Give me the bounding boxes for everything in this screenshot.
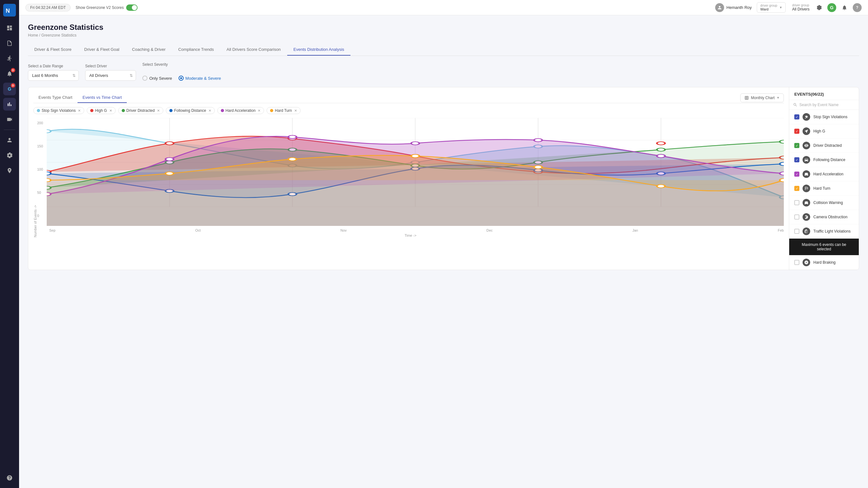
event-checkbox-following-distance[interactable]: ✓ bbox=[794, 157, 799, 162]
event-checkbox-hard-braking[interactable] bbox=[794, 260, 799, 265]
tab-driver-fleet-score[interactable]: Driver & Fleet Score bbox=[28, 44, 78, 56]
chip-label-following-distance: Following Distance bbox=[174, 108, 206, 113]
grid-icon[interactable]: G bbox=[827, 3, 836, 12]
chart-main: Events Type Chart Events vs Time Chart M… bbox=[28, 87, 789, 270]
page-content: Greenzone Statistics Home / Greenzone St… bbox=[19, 15, 868, 488]
tab-events-distribution[interactable]: Events Distribution Analysis bbox=[287, 44, 351, 56]
chip-stop-sign[interactable]: Stop Sign Violations ✕ bbox=[33, 107, 84, 114]
driver-group-label: driver group bbox=[760, 4, 777, 7]
chart-tab-events-type[interactable]: Events Type Chart bbox=[33, 92, 78, 103]
user-avatar bbox=[715, 3, 724, 12]
severity-only-severe[interactable]: Only Severe bbox=[142, 75, 172, 81]
event-item-following-distance[interactable]: ✓ Following Distance bbox=[789, 153, 859, 167]
events-list: ✓ Stop Sign Violations ✓ bbox=[789, 110, 859, 239]
svg-point-49 bbox=[288, 158, 297, 161]
greenzone-badge: D bbox=[11, 83, 15, 88]
svg-text:N: N bbox=[6, 8, 10, 14]
notification-icon[interactable] bbox=[840, 3, 849, 12]
chip-hard-acceleration[interactable]: Hard Acceleration ✕ bbox=[217, 107, 264, 114]
radio-moderate-severe bbox=[179, 75, 184, 81]
chart-tab-events-time[interactable]: Events vs Time Chart bbox=[78, 92, 127, 103]
event-item-collision-warning[interactable]: Collision Warning bbox=[789, 196, 859, 210]
chip-dot-hard-acceleration bbox=[221, 109, 224, 112]
check-mark: ✓ bbox=[796, 158, 798, 162]
app-logo[interactable]: N bbox=[3, 4, 16, 17]
sidebar-item-alerts[interactable]: D bbox=[3, 67, 16, 80]
greenzone-toggle[interactable] bbox=[126, 4, 137, 11]
event-item-camera-obstruction[interactable]: Camera Obstruction bbox=[789, 210, 859, 224]
chart-type-chevron: ▼ bbox=[776, 96, 780, 99]
sidebar-item-location[interactable] bbox=[3, 164, 16, 177]
svg-point-51 bbox=[534, 165, 542, 169]
event-name-stop-sign: Stop Sign Violations bbox=[813, 115, 854, 119]
driver-group-select[interactable]: driver group Ward ▼ bbox=[757, 2, 786, 13]
x-label-jan: Jan bbox=[632, 228, 638, 232]
svg-point-41 bbox=[165, 158, 174, 161]
tab-driver-fleet-goal[interactable]: Driver & Fleet Goal bbox=[78, 44, 126, 56]
sidebar-item-settings[interactable] bbox=[3, 149, 16, 162]
tab-coaching-driver[interactable]: Coaching & Driver bbox=[126, 44, 172, 56]
sidebar-item-dashboard[interactable] bbox=[3, 22, 16, 34]
severity-filter: Select Severity Only Severe Moderate & S… bbox=[142, 62, 221, 81]
event-checkbox-camera-obstruction[interactable] bbox=[794, 214, 799, 219]
sidebar-item-video[interactable] bbox=[3, 113, 16, 126]
sidebar-item-reports[interactable] bbox=[3, 37, 16, 50]
driver-select[interactable]: All Drivers Driver A bbox=[85, 70, 136, 81]
sidebar-item-driver[interactable] bbox=[3, 134, 16, 147]
settings-icon[interactable] bbox=[815, 3, 824, 12]
event-item-high-g[interactable]: ✓ High G bbox=[789, 124, 859, 139]
chip-following-distance[interactable]: Following Distance ✕ bbox=[166, 107, 215, 114]
event-checkbox-high-g[interactable]: ✓ bbox=[794, 129, 799, 134]
event-item-hard-turn[interactable]: ✓ Hard Turn bbox=[789, 181, 859, 196]
x-axis-labels: Sep Oct Nov Dec Jan Feb bbox=[37, 227, 784, 232]
chip-remove-high-g[interactable]: ✕ bbox=[109, 109, 112, 113]
event-checkbox-stop-sign[interactable]: ✓ bbox=[794, 114, 799, 119]
sidebar-item-coaching[interactable] bbox=[3, 52, 16, 65]
chip-driver-distracted[interactable]: Driver Distracted ✕ bbox=[118, 107, 163, 114]
chip-dot-stop-sign bbox=[37, 109, 40, 112]
svg-point-32 bbox=[780, 140, 784, 143]
severity-moderate-severe[interactable]: Moderate & Severe bbox=[179, 75, 221, 81]
event-item-driver-distracted[interactable]: ✓ Driver Distracted bbox=[789, 139, 859, 153]
chip-remove-driver-distracted[interactable]: ✕ bbox=[157, 109, 160, 113]
event-item-traffic-light[interactable]: Traffic Light Violations bbox=[789, 224, 859, 239]
date-range-select-wrapper: Last 6 Months Last 3 Months Last Month bbox=[28, 70, 79, 81]
driver-select-wrapper: All Drivers Driver A bbox=[85, 70, 136, 81]
sidebar-item-greenzone[interactable]: G D bbox=[3, 83, 16, 95]
chip-hard-turn[interactable]: Hard Turn ✕ bbox=[267, 107, 300, 114]
svg-point-53 bbox=[780, 179, 784, 182]
help-icon[interactable]: ? bbox=[853, 3, 862, 12]
event-item-hard-acceleration[interactable]: ✓ Hard Acceleration bbox=[789, 167, 859, 181]
chart-inner: 0 50 100 150 200 bbox=[37, 118, 784, 237]
event-item-stop-sign[interactable]: ✓ Stop Sign Violations bbox=[789, 110, 859, 124]
chip-dot-hard-turn bbox=[270, 109, 273, 112]
events-search-input[interactable] bbox=[799, 102, 855, 107]
breadcrumb-home[interactable]: Home bbox=[28, 33, 38, 37]
check-mark: ✓ bbox=[796, 173, 798, 176]
search-icon bbox=[793, 102, 798, 107]
driver-label: Select Driver bbox=[85, 64, 136, 68]
chip-remove-hard-turn[interactable]: ✕ bbox=[294, 109, 297, 113]
breadcrumb: Home / Greenzone Statistics bbox=[28, 33, 859, 37]
chip-remove-hard-acceleration[interactable]: ✕ bbox=[258, 109, 260, 113]
event-checkbox-hard-acceleration[interactable]: ✓ bbox=[794, 172, 799, 177]
event-name-hard-acceleration: Hard Acceleration bbox=[813, 172, 854, 176]
all-drivers-value: All Drivers bbox=[792, 7, 810, 11]
chip-remove-following-distance[interactable]: ✕ bbox=[209, 109, 211, 113]
x-label-sep: Sep bbox=[49, 228, 56, 232]
event-checkbox-driver-distracted[interactable]: ✓ bbox=[794, 143, 799, 148]
sidebar-item-analytics[interactable] bbox=[3, 98, 16, 111]
x-label-nov: Nov bbox=[340, 228, 347, 232]
event-checkbox-collision-warning[interactable] bbox=[794, 200, 799, 205]
event-checkbox-traffic-light[interactable] bbox=[794, 229, 799, 234]
chip-remove-stop-sign[interactable]: ✕ bbox=[78, 109, 81, 113]
tab-all-drivers-score[interactable]: All Drivers Score Comparison bbox=[220, 44, 287, 56]
chip-high-g[interactable]: High G ✕ bbox=[87, 107, 115, 114]
chart-type-selector[interactable]: Monthly Chart ▼ bbox=[740, 93, 784, 102]
event-checkbox-hard-turn[interactable]: ✓ bbox=[794, 186, 799, 191]
tab-compliance-trends[interactable]: Compliance Trends bbox=[172, 44, 220, 56]
event-item-hard-braking[interactable]: Hard Braking bbox=[789, 255, 859, 270]
date-range-select[interactable]: Last 6 Months Last 3 Months Last Month bbox=[28, 70, 79, 81]
sidebar-item-help[interactable] bbox=[3, 471, 16, 484]
chip-label-driver-distracted: Driver Distracted bbox=[126, 108, 155, 113]
